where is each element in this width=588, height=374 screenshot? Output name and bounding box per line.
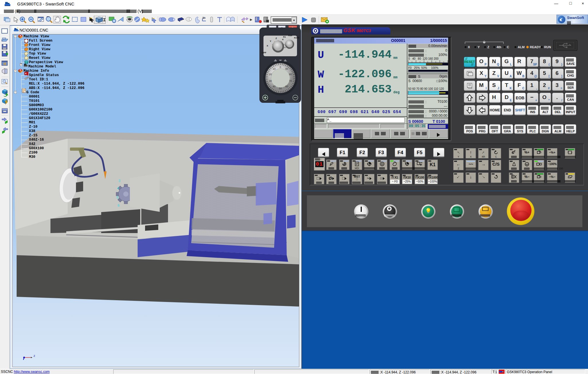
svg-text:Z: Z	[487, 45, 489, 49]
svg-text:Z: Z	[34, 354, 35, 358]
svg-text:4th: 4th	[497, 45, 501, 49]
svg-text:80: 80	[289, 73, 292, 76]
svg-text:X: X	[468, 45, 470, 49]
svg-text:40: 40	[273, 85, 276, 88]
svg-text:30: 30	[269, 80, 272, 82]
svg-text:4: 4	[117, 187, 119, 191]
svg-text:Y: Y	[270, 40, 271, 42]
svg-text:X100: X100	[294, 36, 299, 39]
svg-text:0: 0	[280, 66, 281, 69]
svg-text:10: 10	[273, 67, 276, 70]
svg-text:C: C	[507, 45, 509, 49]
svg-text:X10: X10	[288, 34, 292, 37]
svg-text:50: 50	[279, 87, 282, 90]
svg-text:70: 70	[289, 80, 292, 82]
svg-text:OFF: OFF	[262, 51, 266, 54]
svg-text:X1: X1	[283, 36, 286, 38]
svg-text:90: 90	[285, 67, 288, 70]
svg-text:Y: Y	[478, 45, 480, 49]
svg-text:X: X	[267, 44, 268, 47]
svg-text:3: 3	[118, 179, 120, 183]
svg-text:READY: READY	[530, 45, 541, 49]
svg-text:60: 60	[285, 85, 288, 88]
svg-text:RUN: RUN	[544, 45, 551, 49]
svg-text:Z: Z	[276, 37, 277, 40]
svg-text:6: 6	[118, 204, 120, 208]
svg-text:20: 20	[269, 73, 272, 76]
svg-text:5: 5	[116, 196, 118, 200]
svg-text:4: 4	[282, 38, 284, 41]
svg-text:1n: 1n	[202, 16, 206, 19]
svg-text:ALM: ALM	[518, 45, 525, 49]
